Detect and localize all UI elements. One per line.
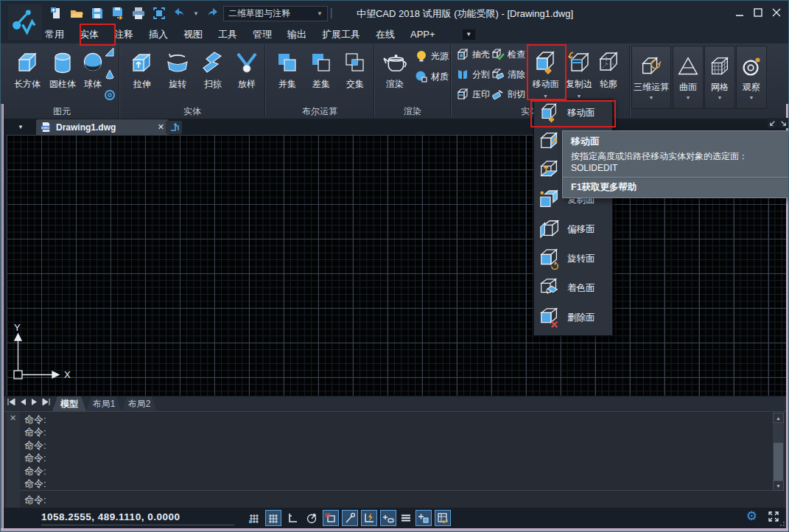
scrollbar-thumb[interactable] xyxy=(774,443,783,480)
next-tab-icon[interactable] xyxy=(30,398,38,406)
loft-button[interactable]: 放样 xyxy=(231,46,263,91)
ucs-icon: Y X xyxy=(8,323,82,390)
print-button[interactable] xyxy=(130,6,147,21)
redo-button[interactable] xyxy=(204,6,220,21)
first-tab-icon[interactable] xyxy=(7,398,16,406)
zwcad-logo[interactable] xyxy=(8,4,42,40)
tab-output[interactable]: 输出 xyxy=(287,28,306,41)
tab-home[interactable]: 常用 xyxy=(45,28,64,41)
workspace-select[interactable]: 二维草图与注释 ▼ xyxy=(223,6,328,21)
tab-insert[interactable]: 插入 xyxy=(149,28,168,41)
polar-tracking-toggle[interactable] xyxy=(304,510,320,526)
open-file-button[interactable] xyxy=(69,6,85,21)
lineweight-toggle[interactable] xyxy=(380,510,396,526)
tab-model[interactable]: 模型 xyxy=(52,396,86,411)
viewport-maximize-toggle[interactable] xyxy=(435,510,451,526)
maximize-button[interactable] xyxy=(752,7,764,18)
quick-properties-toggle[interactable] xyxy=(415,510,432,526)
plot-preview-button[interactable] xyxy=(151,6,167,21)
ribbon-display-toggle[interactable]: ▼ xyxy=(463,29,475,40)
fullscreen-icon[interactable] xyxy=(768,511,779,522)
sweep-button[interactable]: 扫掠 xyxy=(197,46,229,91)
save-button[interactable] xyxy=(89,6,105,21)
save-as-button[interactable] xyxy=(110,6,126,21)
torus-button[interactable] xyxy=(104,89,116,101)
panel-label[interactable]: 图元 xyxy=(7,105,117,118)
clean-button[interactable]: 清除 xyxy=(491,68,525,81)
menu-item-delete-face[interactable]: 删除面 xyxy=(534,303,612,332)
scroll-up-icon[interactable]: ▲ xyxy=(773,413,784,423)
document-tab-drawing1[interactable]: Drawing1.dwg ✕ xyxy=(36,119,169,135)
copy-edge-button[interactable]: 复制边 ▼ xyxy=(564,46,594,99)
new-file-button[interactable] xyxy=(48,6,64,21)
scroll-down-icon[interactable]: ▼ xyxy=(773,480,784,491)
chevron-down-icon[interactable]: ▼ xyxy=(577,94,582,99)
undo-dropdown-arrow[interactable]: ▼ xyxy=(192,6,200,21)
menu-item-shade-face[interactable]: 着色面 xyxy=(534,273,612,303)
panel-mesh[interactable]: 网格 ▼ xyxy=(704,46,735,109)
panel-label[interactable]: 实体 xyxy=(120,105,264,118)
subtract-button[interactable]: 差集 xyxy=(306,46,337,91)
tab-layout2[interactable]: 布局2 xyxy=(122,396,157,411)
tab-annotate[interactable]: 注释 xyxy=(114,28,133,41)
collapse-right-icon[interactable] xyxy=(779,118,788,128)
shell-button[interactable]: 抽壳 xyxy=(456,48,490,61)
snap-toggle[interactable] xyxy=(246,510,262,526)
status-menu-icon[interactable] xyxy=(399,510,413,526)
tab-view[interactable]: 视图 xyxy=(183,28,203,41)
revolve-button[interactable]: 旋转 xyxy=(161,46,194,91)
cone-button[interactable] xyxy=(104,69,116,80)
prev-tab-icon[interactable] xyxy=(19,398,27,406)
material-button[interactable]: 材质 xyxy=(415,70,449,83)
panel-3d-operations[interactable]: 三维运算 ▼ xyxy=(631,46,671,109)
check-button[interactable]: 检查 xyxy=(491,48,525,61)
gear-icon[interactable]: ⚙ xyxy=(746,510,757,522)
intersect-button[interactable]: 交集 xyxy=(340,46,371,91)
command-input-line[interactable]: 命令: xyxy=(24,494,46,507)
separate-icon xyxy=(456,68,469,81)
menu-item-rotate-face[interactable]: 旋转面 xyxy=(534,244,612,273)
panel-surface[interactable]: 曲面 ▼ xyxy=(673,46,704,109)
union-button[interactable]: 并集 xyxy=(272,46,303,91)
ortho-toggle[interactable] xyxy=(284,510,301,526)
menu-item-offset-face[interactable]: 偏移面 xyxy=(534,214,612,244)
dynamic-input-toggle[interactable] xyxy=(361,510,377,526)
new-tab-button[interactable] xyxy=(166,121,182,134)
revolve-icon xyxy=(164,46,191,76)
cylinder-button[interactable]: 圆柱体 xyxy=(45,46,80,91)
slice-button[interactable]: 剖切 xyxy=(491,88,525,101)
wedge-button[interactable] xyxy=(104,46,116,58)
command-scrollbar[interactable]: ▲ ▼ xyxy=(773,413,784,491)
tab-tools[interactable]: 工具 xyxy=(218,28,237,41)
separate-button[interactable]: 分割 xyxy=(456,68,490,81)
extrude-face-icon xyxy=(538,159,561,181)
close-button[interactable] xyxy=(771,7,782,18)
collapse-left-icon[interactable] xyxy=(768,118,777,128)
outline-button[interactable]: 轮廓 xyxy=(593,46,624,91)
tab-layout1[interactable]: 布局1 xyxy=(86,396,122,411)
document-list-dropdown[interactable]: ▼ xyxy=(8,121,33,133)
panel-observe[interactable]: 观察 ▼ xyxy=(736,46,767,109)
object-snap-toggle[interactable] xyxy=(323,510,339,526)
undo-button[interactable] xyxy=(172,6,188,21)
grid-toggle[interactable] xyxy=(265,510,281,526)
minimize-button[interactable] xyxy=(734,7,746,18)
command-panel: ✕ 命令: 命令: 命令: 命令: 命令: 命令: 命令: ▲ ▼ xyxy=(1,411,789,508)
render-button[interactable]: 渲染 xyxy=(378,46,412,91)
close-tab-icon[interactable]: ✕ xyxy=(158,122,164,132)
panel-label[interactable]: 渲染 xyxy=(375,105,450,118)
panel-solid: 拉伸 旋转 扫掠 放样 实体 xyxy=(120,43,264,119)
last-tab-icon[interactable] xyxy=(41,398,51,406)
sphere-button[interactable]: 球体 xyxy=(80,46,105,91)
imprint-button[interactable]: 压印 xyxy=(456,88,490,101)
light-button[interactable]: 光源 xyxy=(415,49,449,63)
tab-manage[interactable]: 管理 xyxy=(253,28,272,41)
object-snap-tracking-toggle[interactable] xyxy=(342,510,358,526)
tab-online[interactable]: 在线 xyxy=(376,28,395,41)
panel-label[interactable]: 布尔运算 xyxy=(266,105,374,118)
extrude-button[interactable]: 拉伸 xyxy=(126,46,158,91)
tab-app-plus[interactable]: APP+ xyxy=(410,29,435,40)
box-button[interactable]: 长方体 xyxy=(10,46,45,91)
close-command-panel-icon[interactable]: ✕ xyxy=(10,413,16,423)
tab-express[interactable]: 扩展工具 xyxy=(322,28,360,41)
